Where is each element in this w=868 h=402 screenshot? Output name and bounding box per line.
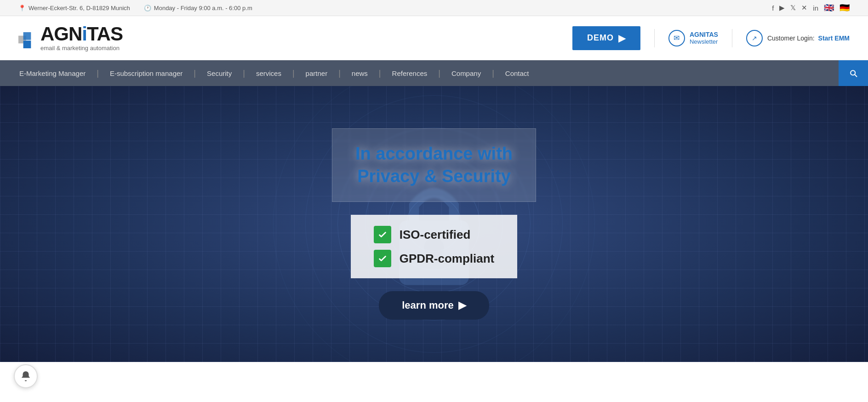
nav-sep-2: |	[193, 69, 197, 78]
nav-sep-4: |	[291, 69, 296, 78]
nav-sep-8: |	[491, 69, 495, 78]
hero-headline-box: In accordance with Privacy & Security	[332, 128, 536, 202]
external-link-icon: ↗	[746, 30, 763, 46]
newsletter-label: AGNITAS	[690, 31, 718, 38]
customer-login-action: Start EMM	[818, 34, 850, 42]
header: AGNiTAS email & marketing automation DEM…	[0, 16, 868, 60]
customer-login-prefix: Customer Login:	[767, 34, 815, 42]
facebook-icon[interactable]: f	[772, 4, 774, 12]
hero-headline: In accordance with Privacy & Security	[355, 143, 513, 188]
hero-badges-box: ISO-certified GPDR-compliant	[351, 215, 518, 278]
divider-2	[732, 29, 732, 47]
demo-button[interactable]: DEMO ▶	[572, 26, 640, 50]
newsletter-sublabel: Newsletter	[690, 38, 718, 45]
nav-sep-3: |	[242, 69, 246, 78]
nav-item-services[interactable]: services	[246, 61, 291, 86]
search-button[interactable]	[839, 60, 868, 86]
youtube-icon[interactable]: ▶	[779, 4, 785, 12]
hours-item: 🕐 Monday - Friday 9:00 a.m. - 6:00 p.m	[144, 5, 252, 11]
customer-login-link[interactable]: ↗ Customer Login: Start EMM	[746, 30, 850, 46]
badge-item-gdpr: GPDR-compliant	[374, 250, 495, 267]
nav-item-news[interactable]: news	[342, 61, 378, 86]
hero-headline-line1: In accordance with	[355, 144, 513, 163]
search-icon	[849, 69, 858, 78]
logo-i: i	[82, 23, 87, 45]
nav-sep-7: |	[437, 69, 441, 78]
address-text: Werner-Eckert-Str. 6, D-81829 Munich	[29, 5, 130, 11]
nav-sep-5: |	[337, 69, 342, 78]
logo-icon	[18, 32, 36, 50]
check-icon-gdpr	[374, 250, 391, 267]
badge-label-iso: ISO-certified	[400, 228, 471, 242]
checkmark-icon-2	[377, 253, 388, 264]
address-item: 📍 Werner-Eckert-Str. 6, D-81829 Munich	[18, 5, 130, 11]
logo-tas: TAS	[87, 23, 123, 45]
learn-more-button[interactable]: learn more ▶	[379, 291, 489, 320]
header-actions: DEMO ▶ ✉ AGNITAS Newsletter ↗ Customer L…	[572, 26, 850, 50]
demo-arrow-icon: ▶	[618, 33, 626, 44]
demo-label: DEMO	[587, 33, 614, 43]
nav-item-security[interactable]: Security	[197, 61, 242, 86]
checkmark-icon	[377, 230, 388, 240]
badge-label-gdpr: GPDR-compliant	[400, 252, 495, 266]
nav-item-emarketing[interactable]: E-Marketing Manager	[9, 61, 96, 86]
location-icon: 📍	[18, 5, 26, 11]
hero-section: In accordance with Privacy & Security IS…	[0, 86, 868, 362]
svg-rect-1	[23, 32, 31, 40]
flag-uk[interactable]: 🇬🇧	[824, 3, 834, 13]
linkedin-icon[interactable]: in	[813, 4, 818, 12]
mail-icon: ✉	[668, 30, 685, 46]
hero-content: In accordance with Privacy & Security IS…	[296, 128, 572, 320]
logo-text: AGNiTAS	[40, 24, 123, 44]
nav-sep-1: |	[96, 69, 100, 78]
top-bar-left: 📍 Werner-Eckert-Str. 6, D-81829 Munich 🕐…	[18, 5, 252, 11]
logo-tagline: email & marketing automation	[40, 45, 123, 52]
newsletter-text: AGNITAS Newsletter	[690, 31, 718, 45]
twitter-icon[interactable]: 𝕏	[790, 4, 796, 12]
nav-sep-6: |	[378, 69, 382, 78]
nav-items: E-Marketing Manager | E-subscription man…	[0, 61, 839, 86]
check-icon-iso	[374, 226, 391, 243]
hero-headline-line2: Privacy & Security	[357, 167, 511, 186]
customer-login-text: Customer Login: Start EMM	[767, 34, 850, 42]
navbar: E-Marketing Manager | E-subscription man…	[0, 60, 868, 86]
nav-item-company[interactable]: Company	[441, 61, 491, 86]
nav-item-partner[interactable]: partner	[296, 61, 338, 86]
top-bar-right: f ▶ 𝕏 ✕ in 🇬🇧 🇩🇪	[772, 3, 850, 13]
divider-1	[654, 29, 655, 47]
xing-icon[interactable]: ✕	[801, 4, 807, 12]
top-bar: 📍 Werner-Eckert-Str. 6, D-81829 Munich 🕐…	[0, 0, 868, 16]
logo: AGNiTAS email & marketing automation	[18, 24, 123, 52]
hours-text: Monday - Friday 9:00 a.m. - 6:00 p.m	[154, 5, 252, 11]
nav-item-references[interactable]: References	[382, 61, 438, 86]
learn-more-arrow-icon: ▶	[458, 299, 466, 311]
nav-item-esubscription[interactable]: E-subscription manager	[100, 61, 193, 86]
badge-item-iso: ISO-certified	[374, 226, 495, 243]
newsletter-link[interactable]: ✉ AGNITAS Newsletter	[668, 30, 718, 46]
logo-agn: AGN	[40, 23, 82, 45]
svg-rect-2	[23, 40, 31, 48]
flag-de[interactable]: 🇩🇪	[839, 3, 850, 13]
learn-more-label: learn more	[402, 299, 454, 311]
logo-area: AGNiTAS email & marketing automation	[40, 24, 123, 52]
nav-item-contact[interactable]: Contact	[495, 61, 539, 86]
clock-icon: 🕐	[144, 5, 151, 11]
